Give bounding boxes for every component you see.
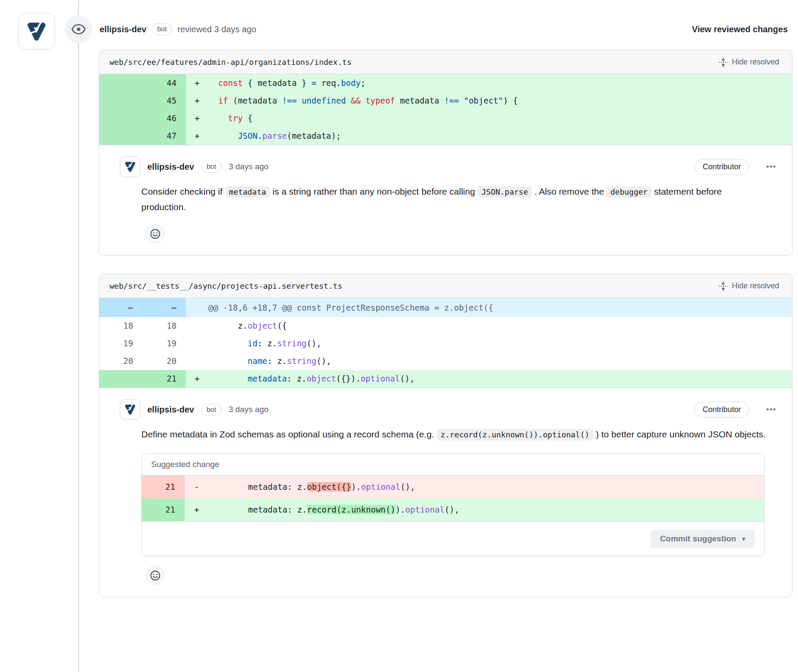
code-token: undefined (302, 96, 346, 105)
hunk-gutter: ⋯⋯ (99, 298, 186, 317)
diff-sign: + (186, 127, 208, 145)
line-number-new[interactable]: 21 (143, 370, 186, 388)
contributor-badge: Contributor (694, 159, 749, 175)
line-number-old[interactable]: 20 (99, 352, 143, 370)
line-number-new[interactable]: 18 (143, 317, 186, 335)
line-number-old[interactable] (99, 110, 143, 127)
line-number-old[interactable]: 18 (99, 317, 143, 335)
line-number-new[interactable]: 20 (143, 352, 186, 370)
bot-badge: bot (152, 23, 172, 35)
diff-block: ⋯⋯@@ -18,6 +18,7 @@ const ProjectRespons… (99, 298, 792, 388)
expand-hunk-dots[interactable]: ⋯ (99, 298, 143, 317)
code-token: const (218, 78, 243, 88)
commit-suggestion-label: Commit suggestion (660, 534, 736, 544)
diff-code-line: metadata: z.object({}).optional(), (208, 370, 414, 388)
fold-icon (719, 281, 728, 291)
review-thread-card: web/src/__tests__/async/projects-api.ser… (99, 274, 792, 597)
code-token: !== (444, 96, 459, 105)
comment-author[interactable]: ellipsis-dev (147, 405, 194, 415)
code-token: id (248, 339, 258, 348)
code-token: (), (400, 374, 414, 383)
diff-row: 2020 name: z.string(), (99, 352, 792, 370)
code-token: : z. (267, 356, 287, 366)
comment-avatar[interactable] (120, 399, 140, 420)
comment-text: Consider checking if (141, 186, 225, 196)
code-token: JSON (238, 131, 258, 141)
reviewer-avatar[interactable] (18, 13, 55, 50)
suggestion-diff: 21- metadata: z.object({}).optional(),21… (142, 476, 764, 521)
line-number-new[interactable]: 19 (143, 335, 186, 352)
code-token (208, 78, 218, 88)
line-number-new[interactable]: 44 (143, 74, 186, 92)
diff-sign: + (186, 92, 208, 110)
code-token: metadata (395, 96, 444, 105)
line-number-old[interactable] (99, 74, 143, 92)
reviewer-name[interactable]: ellipsis-dev (100, 24, 146, 34)
file-path-link[interactable]: web/src/ee/features/admin-api/organizati… (110, 58, 352, 67)
code-token: object (248, 321, 277, 330)
smiley-icon (149, 228, 161, 240)
code-token (459, 96, 464, 105)
comment-text: . Also remove the (532, 186, 606, 196)
add-reaction-button[interactable] (146, 566, 164, 585)
code-token: !== (282, 96, 297, 105)
code-token: name (248, 356, 268, 366)
code-token: (), (445, 505, 459, 514)
line-number-new[interactable]: 45 (143, 92, 186, 110)
code-token: = (311, 78, 316, 88)
code-token: optional (405, 505, 445, 514)
diff-code-cell: + JSON.parse(metadata); (186, 127, 792, 145)
file-path-link[interactable]: web/src/__tests__/async/projects-api.ser… (110, 281, 342, 290)
code-token: "object" (464, 96, 503, 105)
suggestion-footer: Commit suggestion ▾ (142, 521, 764, 556)
line-number-old[interactable] (99, 370, 143, 388)
eye-icon (71, 22, 86, 37)
review-comment: ellipsis-dev bot 3 days ago Contributor … (99, 145, 792, 255)
line-number-new[interactable]: 46 (143, 110, 186, 127)
review-eye-badge (65, 15, 92, 43)
diff-row: 44+ const { metadata } = req.body; (99, 74, 792, 92)
line-number-old[interactable]: 19 (99, 335, 143, 352)
timeline-line (78, 0, 79, 672)
diff-code-cell: + try { (186, 110, 792, 127)
comment-avatar[interactable] (120, 156, 140, 177)
expand-hunk-dots[interactable]: ⋯ (143, 298, 186, 317)
kebab-menu-icon[interactable]: ••• (764, 162, 779, 171)
kebab-menu-icon[interactable]: ••• (764, 405, 779, 414)
code-token (208, 356, 248, 366)
review-header-row: ellipsis-dev bot reviewed 3 days ago Vie… (100, 15, 788, 43)
comment-author[interactable]: ellipsis-dev (147, 162, 194, 172)
diff-code-cell: name: z.string(), (186, 352, 792, 370)
hide-resolved-label: Hide resolved (732, 281, 779, 290)
pull-request-review-page: ellipsis-dev bot reviewed 3 days ago Vie… (0, 0, 798, 672)
code-token: object({} (307, 482, 351, 492)
comment-timestamp[interactable]: 3 days ago (228, 405, 268, 414)
line-number-old[interactable] (99, 92, 143, 110)
comment-timestamp[interactable]: 3 days ago (228, 162, 268, 171)
line-number[interactable]: 21 (142, 498, 185, 521)
diff-code-line: try { (208, 110, 253, 127)
code-token: : z. (257, 339, 277, 348)
code-token: try (228, 113, 243, 123)
suggestion-code-line: metadata: z.object({}).optional(), (209, 476, 415, 498)
diff-row: 1818 z.object({ (99, 317, 792, 335)
code-token: optional (361, 374, 400, 383)
line-number-new[interactable]: 47 (143, 127, 186, 145)
code-token: req. (317, 78, 341, 88)
add-reaction-button[interactable] (146, 224, 164, 243)
code-token: ({ (277, 321, 287, 330)
code-token (297, 96, 302, 105)
diff-code-line: id: z.string(), (208, 335, 321, 352)
file-header: web/src/__tests__/async/projects-api.ser… (99, 274, 792, 298)
commit-suggestion-button[interactable]: Commit suggestion ▾ (651, 529, 755, 548)
code-token: (), (307, 339, 321, 348)
code-token: ; (361, 78, 365, 88)
diff-sign (186, 335, 208, 352)
hide-resolved-button[interactable]: Hide resolved (716, 281, 782, 291)
hide-resolved-button[interactable]: Hide resolved (716, 57, 782, 67)
code-token: . (257, 131, 262, 141)
diff-sign: + (186, 74, 208, 92)
view-reviewed-changes-link[interactable]: View reviewed changes (692, 24, 788, 34)
line-number-old[interactable] (99, 127, 143, 145)
line-number[interactable]: 21 (142, 476, 185, 498)
